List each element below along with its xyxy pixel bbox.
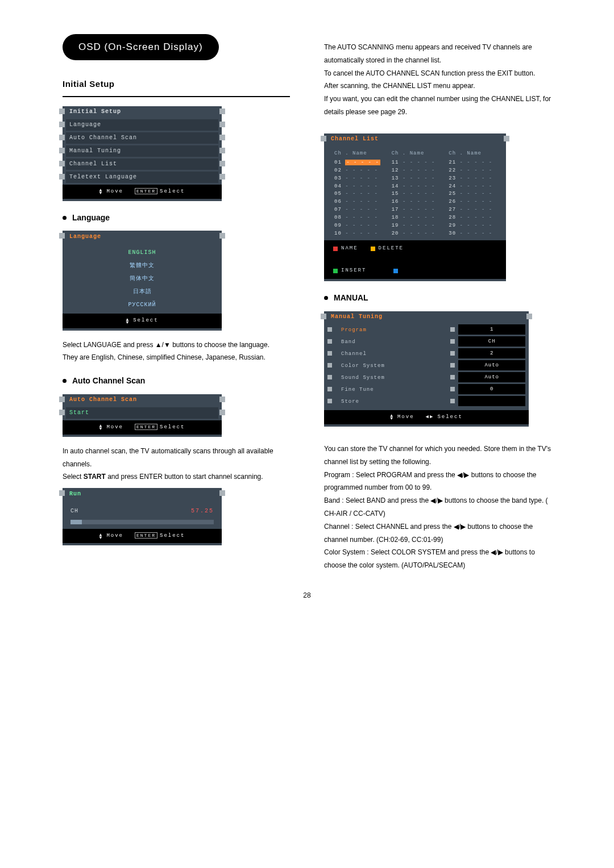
run-frequency: 57.25 [191,506,214,516]
mt-fine-value: 0 [458,384,525,394]
osd-language: Language ENGLISH 繁體中文 簡体中文 日本語 РУССКИЙ ▲… [63,231,222,330]
mt-program-value: 1 [458,324,525,335]
autoscan-body-1: In auto channel scan, the TV automatical… [63,445,290,471]
mt-store-label[interactable]: Store [335,396,447,406]
menu-auto-scan[interactable]: Auto Channel Scan [69,132,137,143]
mt-color-label[interactable]: Color System [335,360,447,370]
initial-setup-heading: Initial Setup [63,76,290,97]
run-progress-bar [70,520,214,524]
lang-japanese[interactable]: 日本語 [63,285,222,298]
menu-teletext-lang[interactable]: Teletext Language [69,172,137,182]
osd-initial-title: Initial Setup [69,106,121,117]
page-number: 28 [63,589,551,602]
lang-simp-chinese[interactable]: 簡体中文 [63,272,222,285]
intro-p2: To cancel the AUTO CHANNEL SCAN function… [324,67,551,80]
mt-fine-label[interactable]: Fine Tune [335,384,447,394]
manual-body-5: Color System : Select COLOR SYSTEM and p… [324,546,551,572]
lang-trad-chinese[interactable]: 繁體中文 [63,259,222,272]
menu-manual-tuning[interactable]: Manual Tuning [69,145,121,156]
page-pill: OSD (On-Screen Display) [63,34,219,60]
osd-run: Run CH 57.25 ▲▼Move ENTERSelect [63,488,222,545]
intro-p1: The AUTO SCANNING menu appears and recei… [324,41,551,67]
manual-heading: MANUAL [324,290,551,306]
language-body-1: Select LANGUAGE and press ▲/▼ buttons to… [63,339,290,352]
autoscan-heading: Auto Channel Scan [63,373,290,389]
mt-band-value: CH [458,336,525,347]
mt-channel-value: 2 [458,348,525,358]
menu-language[interactable]: Language [69,119,101,130]
manual-body-2: Program : Select PROGRAM and press the ◀… [324,469,551,495]
mt-sound-label[interactable]: Sound System [335,372,447,382]
lang-russian[interactable]: РУССКИЙ [63,298,222,311]
mt-program-label[interactable]: Program [335,324,447,335]
manual-body-3: Band : Select BAND and press the ◀/▶ but… [324,494,551,520]
intro-p4: If you want, you can edit the channel nu… [324,93,551,119]
osd-footer: ▲▼Move ENTERSelect [63,185,222,199]
mt-sound-value: Auto [458,372,525,382]
mt-channel-label[interactable]: Channel [335,348,447,358]
lang-english[interactable]: ENGLISH [63,246,222,259]
mt-color-value: Auto [458,360,525,370]
mt-band-label[interactable]: Band [335,336,447,347]
ch-col-3: Ch . Name 21 - - - - - 22 - - - - - 23 -… [449,150,496,238]
osd-manual-tuning: Manual Tuning Program1 BandCH Channel2 C… [324,311,529,427]
ch-01-selected[interactable]: - - - - - [345,160,380,165]
mt-store-value [458,396,525,406]
menu-channel-list[interactable]: Channel List [69,158,117,169]
autoscan-body-2: Select START and press ENTER button to s… [63,470,290,483]
channel-list-legend: NAME DELETE INSERT [324,240,506,279]
language-body-2: They are English, Chinese, simplified Ch… [63,351,290,364]
osd-channel-list: Channel List Ch . Name 01 - - - - - 02 -… [324,133,506,282]
ch-col-1: Ch . Name 01 - - - - - 02 - - - - - 03 -… [334,150,381,238]
ch-col-2: Ch . Name 11 - - - - - 12 - - - - - 13 -… [392,150,439,238]
osd-auto-scan: Auto Channel Scan Start ▲▼Move ENTERSele… [63,394,222,437]
manual-body-4: Channel : Select CHANNEL and press the ◀… [324,520,551,546]
run-ch-label: CH [70,506,78,516]
intro-p3: After scanning, the CHANNEL LIST menu ap… [324,80,551,93]
auto-scan-start[interactable]: Start [69,407,89,418]
manual-body-1: You can store the TV channel for which y… [324,443,551,469]
osd-initial-setup: Initial Setup Language Auto Channel Scan… [63,106,222,201]
language-heading: Language [63,210,290,226]
